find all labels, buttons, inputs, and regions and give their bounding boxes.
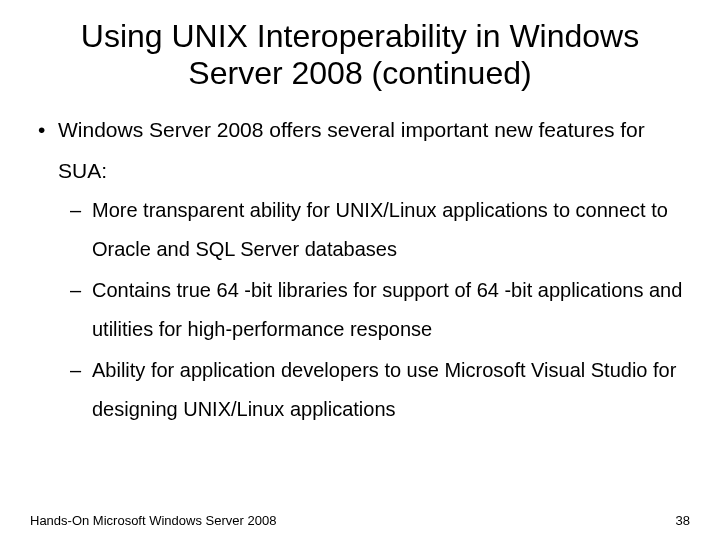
list-item: More transparent ability for UNIX/Linux … <box>70 191 684 269</box>
bullet-text: Windows Server 2008 offers several impor… <box>58 118 645 182</box>
slide-footer: Hands-On Microsoft Windows Server 2008 3… <box>30 513 690 528</box>
sub-bullet-text: Ability for application developers to us… <box>92 359 676 420</box>
slide-title: Using UNIX Interoperability in Windows S… <box>30 18 690 92</box>
sub-bullet-text: More transparent ability for UNIX/Linux … <box>92 199 668 260</box>
page-number: 38 <box>676 513 690 528</box>
bullet-list: Windows Server 2008 offers several impor… <box>30 110 690 430</box>
list-item: Contains true 64 -bit libraries for supp… <box>70 271 684 349</box>
slide: Using UNIX Interoperability in Windows S… <box>0 0 720 540</box>
footer-source: Hands-On Microsoft Windows Server 2008 <box>30 513 276 528</box>
list-item: Ability for application developers to us… <box>70 351 684 429</box>
list-item: Windows Server 2008 offers several impor… <box>36 110 684 430</box>
sub-bullet-list: More transparent ability for UNIX/Linux … <box>58 191 684 429</box>
sub-bullet-text: Contains true 64 -bit libraries for supp… <box>92 279 682 340</box>
